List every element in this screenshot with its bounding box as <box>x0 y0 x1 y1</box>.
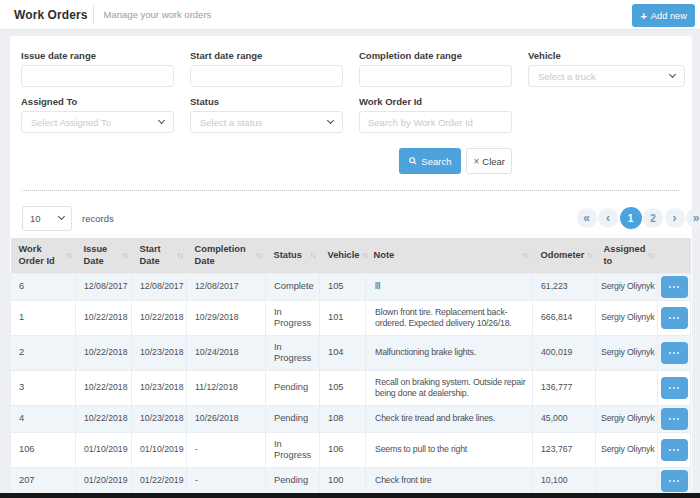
sort-icon[interactable]: ↑↓ <box>360 250 368 262</box>
column-title: Odometer <box>541 250 585 262</box>
search-label: Search <box>421 156 451 167</box>
cell-note: Check tire tread and brake lines. <box>366 406 533 433</box>
row-actions-button[interactable] <box>661 408 688 430</box>
assigned-to-select[interactable]: Select Assigned To <box>21 111 174 133</box>
column-header-completion-date[interactable]: Completion Date↑↓ <box>187 238 266 274</box>
row-actions-button[interactable] <box>661 342 688 364</box>
sort-icon[interactable]: ↑↓ <box>120 250 128 262</box>
page-size-select[interactable]: 10 <box>22 206 72 231</box>
cell-vehicle: 101 <box>320 301 366 336</box>
filter-label: Issue date range <box>21 50 174 61</box>
column-header-note[interactable]: Note↑↓ <box>366 238 533 274</box>
column-header-work-order-id[interactable]: Work Order Id↑↓ <box>11 238 76 274</box>
sort-icon[interactable]: ↑↓ <box>64 250 72 262</box>
pagination-page-1-button[interactable]: 1 <box>620 207 642 229</box>
cell-vehicle: 108 <box>320 406 366 433</box>
filter-work-order-id: Work Order Id <box>359 96 512 133</box>
cell-odometer: 61,223 <box>533 274 596 301</box>
cell-work-order-id: 207 <box>11 468 76 495</box>
cell-start-date: 01/22/2019 <box>132 468 187 495</box>
cell-completion-date: 12/08/2017 <box>187 274 266 301</box>
column-header-assigned-to[interactable]: Assigned to↑↓ <box>596 238 658 274</box>
cell-vehicle: 104 <box>320 336 366 371</box>
start-date-range-input[interactable] <box>190 65 343 87</box>
cell-assigned-to: Sergiy Oliynyk <box>596 406 658 433</box>
completion-date-range-input[interactable] <box>359 65 512 87</box>
clear-label: Clear <box>482 156 505 167</box>
cell-status: In Progress <box>266 336 320 371</box>
column-title: Work Order Id <box>19 244 64 267</box>
records-label: records <box>82 213 114 224</box>
cell-work-order-id: 3 <box>11 371 76 406</box>
cell-note: lll <box>366 274 533 301</box>
column-header-odometer[interactable]: Odometer↑↓ <box>533 238 596 274</box>
assigned-to-select-placeholder: Select Assigned To <box>31 117 111 128</box>
cell-note: Seems to pull to the right <box>366 433 533 468</box>
cell-issue-date: 10/22/2018 <box>76 371 132 406</box>
work-order-id-input[interactable] <box>359 111 512 133</box>
column-header-start-date[interactable]: Start Date↑↓ <box>132 238 187 274</box>
cell-start-date: 01/10/2019 <box>132 433 187 468</box>
ellipsis-icon <box>669 352 671 354</box>
cell-assigned-to: Sergiy Oliynyk <box>596 301 658 336</box>
clear-button[interactable]: × Clear <box>466 148 512 174</box>
add-new-button[interactable]: + Add new <box>632 4 695 27</box>
cell-odometer: 123,767 <box>533 433 596 468</box>
sort-icon[interactable]: ↑↓ <box>175 250 183 262</box>
pagination-page-2-button[interactable]: 2 <box>643 208 663 228</box>
row-actions-button[interactable] <box>661 470 688 492</box>
ellipsis-icon <box>669 286 671 288</box>
issue-date-range-input[interactable] <box>21 65 174 87</box>
sort-icon[interactable]: ↑↓ <box>646 250 654 262</box>
pagination-first-button[interactable]: « <box>577 208 597 228</box>
cell-assigned-to: Sergiy Oliynyk <box>596 433 658 468</box>
cell-work-order-id: 6 <box>11 274 76 301</box>
cell-vehicle: 105 <box>320 371 366 406</box>
filter-label: Work Order Id <box>359 96 512 107</box>
cell-vehicle: 106 <box>320 433 366 468</box>
vehicle-select[interactable]: Select a truck <box>528 65 685 87</box>
row-actions-button[interactable] <box>661 439 688 461</box>
status-select[interactable]: Select a status <box>190 111 343 133</box>
pagination-next-button[interactable]: › <box>665 208 685 228</box>
sort-icon[interactable]: ↑↓ <box>521 250 529 262</box>
cell-actions <box>658 336 691 371</box>
column-title: Completion Date <box>195 244 254 267</box>
search-button[interactable]: Search <box>399 148 461 174</box>
cell-work-order-id: 106 <box>11 433 76 468</box>
row-actions-button[interactable] <box>661 307 688 329</box>
bottom-window-edge <box>0 493 700 498</box>
chevron-down-icon <box>669 71 676 78</box>
row-actions-button[interactable] <box>661 377 688 399</box>
cell-completion-date: 10/29/2018 <box>187 301 266 336</box>
cell-vehicle: 105 <box>320 274 366 301</box>
filter-start-date-range: Start date range <box>190 50 343 87</box>
add-new-label: Add new <box>651 11 687 21</box>
ellipsis-icon <box>669 418 671 420</box>
filter-vehicle: Vehicle Select a truck <box>528 50 685 87</box>
cell-completion-date: - <box>187 468 266 495</box>
cell-actions <box>658 371 691 406</box>
column-header-issue-date[interactable]: Issue Date↑↓ <box>76 238 132 274</box>
sort-icon[interactable]: ↑↓ <box>584 250 592 262</box>
dotted-divider <box>22 190 679 191</box>
filter-status: Status Select a status <box>190 96 343 133</box>
pagination-last-button[interactable]: » <box>686 208 700 228</box>
cell-assigned-to <box>596 468 658 495</box>
filters-section: Issue date range Start date range Comple… <box>10 36 692 174</box>
column-header-status[interactable]: Status↑↓ <box>266 238 320 274</box>
sort-icon[interactable]: ↑↓ <box>308 250 316 262</box>
cell-note: Recall on braking system. Outside repair… <box>366 371 533 406</box>
cell-odometer: 10,100 <box>533 468 596 495</box>
row-actions-button[interactable] <box>661 276 688 298</box>
column-header-vehicle[interactable]: Vehicle↑↓ <box>320 238 366 274</box>
cell-completion-date: 10/24/2018 <box>187 336 266 371</box>
sort-icon[interactable]: ↑↓ <box>254 250 262 262</box>
cell-start-date: 10/23/2018 <box>132 371 187 406</box>
cell-note: Check front tire <box>366 468 533 495</box>
cell-status: Pending <box>266 406 320 433</box>
chevron-down-icon <box>158 117 165 124</box>
cell-issue-date: 01/20/2019 <box>76 468 132 495</box>
chevron-down-icon <box>58 213 65 220</box>
pagination-prev-button[interactable]: ‹ <box>598 208 618 228</box>
